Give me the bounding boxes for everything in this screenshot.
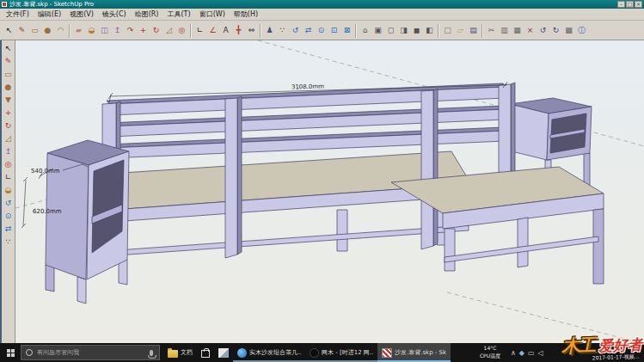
tape-measure-tool-icon[interactable]: ∟ bbox=[193, 23, 206, 38]
titlebar: 沙发.靠背.skp - SketchUp Pro – □ × bbox=[0, 0, 644, 9]
cpu-temp-label: CPU温度 bbox=[472, 352, 508, 359]
cut-icon[interactable]: ✂ bbox=[485, 23, 498, 38]
move-tool-icon[interactable]: + bbox=[137, 23, 150, 38]
iso-view-icon[interactable]: ⌂ bbox=[359, 23, 371, 38]
erase-icon[interactable]: × bbox=[524, 23, 537, 38]
walk-tool-icon[interactable]: ∵ bbox=[276, 23, 289, 38]
walk-tool-icon[interactable]: ∵ bbox=[3, 236, 15, 248]
menu-bar: 文件(F)编辑(E)视图(V)镜头(C)绘图(R)工具(T)窗口(W)帮助(H) bbox=[0, 9, 644, 21]
task-store[interactable] bbox=[197, 343, 214, 362]
offset-tool-icon[interactable]: ◎ bbox=[3, 158, 15, 171]
rectangle-tool-icon[interactable]: ▭ bbox=[3, 68, 15, 81]
close-button[interactable]: × bbox=[635, 1, 642, 8]
orbit-tool-icon[interactable]: ↺ bbox=[3, 197, 15, 210]
text-tool-icon[interactable]: A bbox=[219, 23, 232, 38]
protractor-tool-icon[interactable]: ∠ bbox=[206, 23, 219, 38]
print-icon[interactable]: ▩ bbox=[562, 23, 575, 38]
scale-tool-icon[interactable]: ◿ bbox=[163, 23, 175, 38]
circle-tool-icon[interactable]: ● bbox=[41, 23, 54, 38]
task-documents[interactable]: 文档 bbox=[163, 343, 197, 362]
zoom-tool-icon[interactable]: ⊙ bbox=[315, 23, 328, 38]
eraser-tool-icon[interactable]: ▰ bbox=[72, 23, 85, 38]
save-file-icon[interactable]: ▤ bbox=[467, 23, 480, 38]
rectangle-tool-icon[interactable]: ▭ bbox=[28, 23, 41, 38]
offset-tool-icon[interactable]: ◎ bbox=[175, 23, 188, 38]
defender-shield-icon[interactable]: ◆ bbox=[519, 349, 524, 357]
push-pull-tool-icon[interactable]: ↥ bbox=[3, 145, 15, 158]
model-info-icon[interactable]: ⓘ bbox=[575, 23, 588, 38]
rotate-tool-icon[interactable]: ↻ bbox=[3, 120, 15, 132]
follow-me-tool-icon[interactable]: ↷ bbox=[124, 23, 137, 38]
task-browser[interactable]: 实木沙发组合茶几... bbox=[233, 343, 305, 362]
scale-tool-icon[interactable]: ◿ bbox=[3, 132, 15, 145]
orbit-tool-icon[interactable]: ↺ bbox=[289, 23, 302, 38]
pan-tool-icon[interactable]: ⇄ bbox=[302, 23, 315, 38]
move-tool-icon[interactable]: + bbox=[3, 107, 15, 120]
folder-icon bbox=[168, 350, 178, 358]
pan-tool-icon[interactable]: ⇄ bbox=[3, 223, 15, 236]
display-icon[interactable]: ▭ bbox=[528, 349, 535, 357]
task-sketchup[interactable]: 沙发.靠背.skp - Sk... bbox=[377, 343, 451, 362]
cortana-search-box[interactable]: 有问题尽管问我 bbox=[21, 345, 160, 360]
cpu-temp-value: 14°C bbox=[472, 344, 508, 352]
paint-bucket-tool-icon[interactable]: ◒ bbox=[3, 184, 15, 197]
tape-measure-tool-icon[interactable]: ∟ bbox=[3, 171, 15, 184]
menu-item[interactable]: 帮助(H) bbox=[230, 9, 262, 20]
search-input[interactable]: 有问题尽管问我 bbox=[37, 348, 150, 357]
new-file-icon[interactable]: □ bbox=[441, 23, 454, 38]
axes-tool-icon[interactable]: ╋ bbox=[232, 23, 245, 38]
tray-expand-icon[interactable]: ∧ bbox=[511, 349, 516, 357]
cortana-icon bbox=[26, 349, 33, 356]
menu-item[interactable]: 文件(F) bbox=[2, 9, 34, 20]
redo-icon[interactable]: ↻ bbox=[549, 23, 562, 38]
toolbar-separator bbox=[190, 24, 192, 38]
start-button[interactable] bbox=[0, 343, 21, 362]
polygon-tool-icon[interactable]: ▼ bbox=[3, 94, 15, 107]
rotate-tool-icon[interactable]: ↻ bbox=[150, 23, 163, 38]
line-tool-icon[interactable]: ✎ bbox=[15, 23, 28, 38]
zoom-window-tool-icon[interactable]: ⊡ bbox=[328, 23, 340, 38]
menu-item[interactable]: 镜头(C) bbox=[98, 9, 131, 20]
circle-tool-icon[interactable]: ● bbox=[3, 81, 15, 94]
toolbar-separator bbox=[438, 24, 439, 38]
dimension-tool-icon[interactable]: ⇔ bbox=[245, 23, 258, 38]
left-view-icon[interactable]: ◧ bbox=[423, 23, 436, 38]
right-view-icon[interactable]: ◨ bbox=[397, 23, 410, 38]
im-icon bbox=[310, 348, 319, 358]
undo-icon[interactable]: ↺ bbox=[537, 23, 549, 38]
copy-icon[interactable]: ▥ bbox=[498, 23, 511, 38]
microphone-icon[interactable] bbox=[150, 350, 153, 356]
maximize-button[interactable]: □ bbox=[626, 1, 634, 8]
paste-icon[interactable]: ▦ bbox=[511, 23, 524, 38]
open-file-icon[interactable]: ▱ bbox=[454, 23, 467, 38]
viewport-3d[interactable]: 3108.0mm 540.0mm 620.0mm bbox=[15, 40, 644, 343]
arc-tool-icon[interactable]: ◠ bbox=[54, 23, 67, 38]
make-component-tool-icon[interactable]: ◫ bbox=[98, 23, 111, 38]
front-view-icon[interactable]: ◻ bbox=[384, 23, 397, 38]
select-tool-icon[interactable]: ↖ bbox=[3, 23, 15, 38]
toolbar-separator bbox=[69, 24, 71, 38]
zoom-extents-tool-icon[interactable]: ⊠ bbox=[340, 23, 353, 38]
push-pull-tool-icon[interactable]: ↥ bbox=[111, 23, 124, 38]
minimize-button[interactable]: – bbox=[617, 1, 625, 8]
cpu-temperature-widget[interactable]: 14°C CPU温度 bbox=[472, 344, 508, 361]
task-photos[interactable] bbox=[214, 343, 233, 362]
top-view-icon[interactable]: ▣ bbox=[371, 23, 384, 38]
back-view-icon[interactable]: ◼ bbox=[410, 23, 423, 38]
volume-icon[interactable]: ◁ bbox=[538, 349, 543, 357]
menu-item[interactable]: 视图(V) bbox=[65, 9, 98, 20]
position-camera-tool-icon[interactable]: ♟ bbox=[263, 23, 276, 38]
line-tool-icon[interactable]: ✎ bbox=[3, 55, 15, 68]
menu-item[interactable]: 绘图(R) bbox=[131, 9, 163, 20]
paint-bucket-tool-icon[interactable]: ◒ bbox=[85, 23, 98, 38]
task-im[interactable]: 网木 - [时进12 网... bbox=[305, 343, 377, 362]
left-armrest bbox=[46, 140, 129, 304]
select-tool-icon[interactable]: ↖ bbox=[3, 42, 15, 55]
menu-item[interactable]: 编辑(E) bbox=[34, 9, 65, 20]
top-toolbar: ↖ ✎ ▭ ● ◠ ▰ ◒ ◫ ↥ ↷ + ↻ bbox=[0, 21, 644, 40]
menu-item[interactable]: 窗口(W) bbox=[195, 9, 230, 20]
toolbar-separator bbox=[260, 24, 261, 38]
menu-item[interactable]: 工具(T) bbox=[163, 9, 195, 20]
zoom-tool-icon[interactable]: ⊙ bbox=[3, 210, 15, 223]
left-tool-palette: ↖ ✎ ▭ ● ▼ + ↻ ◿ ↥ ◎ bbox=[2, 40, 15, 343]
